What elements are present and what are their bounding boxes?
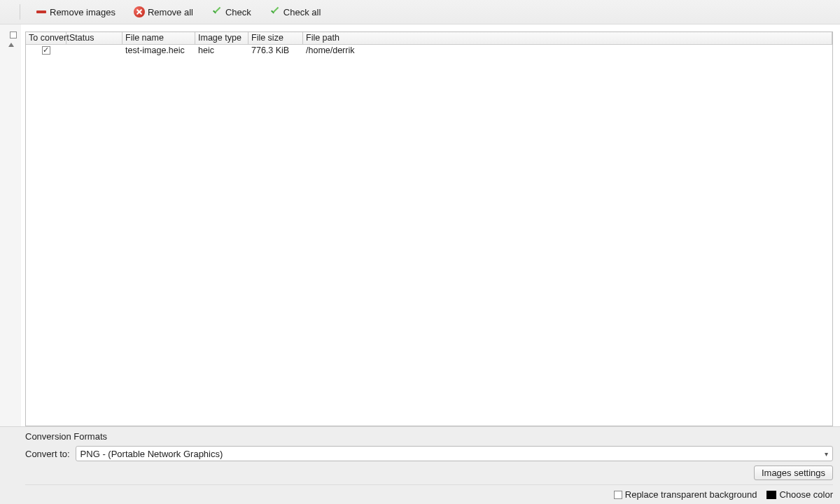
convert-to-value: PNG - (Portable Network Graphics) [80, 449, 223, 459]
color-swatch-icon [766, 491, 776, 499]
table-header: To convert Status File name Image type F… [26, 32, 832, 45]
toolbar: Remove images Remove all Check Check all [0, 0, 840, 24]
toolbar-separator [20, 4, 20, 20]
cell-filepath: /home/derrik [303, 45, 832, 57]
col-header-filename[interactable]: File name [122, 32, 195, 44]
check-all-button[interactable]: Check all [267, 5, 323, 19]
images-settings-label: Images settings [762, 468, 825, 478]
remove-all-label: Remove all [148, 7, 193, 18]
convert-to-label: Convert to: [25, 449, 70, 459]
check-label: Check [225, 7, 251, 18]
cell-imgtype: heic [195, 45, 248, 57]
choose-color-label: Choose color [779, 489, 833, 500]
file-table[interactable]: To convert Status File name Image type F… [25, 31, 833, 426]
separator [25, 484, 833, 485]
check-button[interactable]: Check [209, 5, 254, 19]
choose-color-button[interactable]: Choose color [766, 489, 833, 500]
images-settings-button[interactable]: Images settings [754, 465, 833, 480]
cell-status [66, 45, 122, 57]
row-checkbox[interactable] [42, 46, 50, 55]
conversion-formats-label: Conversion Formats [25, 428, 833, 446]
checkbox-box [614, 491, 622, 499]
cell-filesize: 776.3 KiB [248, 45, 303, 57]
main-area: To convert Status File name Image type F… [0, 24, 840, 426]
col-header-filepath[interactable]: File path [303, 32, 832, 44]
check-all-label: Check all [284, 7, 321, 18]
remove-all-button[interactable]: Remove all [131, 5, 196, 19]
col-header-filesize[interactable]: File size [248, 32, 303, 44]
convert-to-combobox[interactable]: PNG - (Portable Network Graphics) ▾ [76, 446, 833, 461]
expand-handle-icon[interactable] [10, 31, 17, 38]
check-icon [211, 6, 223, 18]
remove-all-icon [134, 6, 145, 18]
remove-images-label: Remove images [50, 7, 115, 18]
table-row[interactable]: test-image.heic heic 776.3 KiB /home/der… [26, 45, 832, 57]
col-header-convert[interactable]: To convert [26, 32, 66, 44]
check-all-icon [270, 6, 281, 18]
cell-filename: test-image.heic [122, 45, 195, 57]
replace-transparent-bg-checkbox[interactable]: Replace transparent background [614, 489, 757, 500]
chevron-down-icon: ▾ [825, 450, 828, 458]
replace-bg-label: Replace transparent background [625, 489, 757, 500]
conversion-panel: Conversion Formats Convert to: PNG - (Po… [0, 426, 840, 504]
left-gutter [0, 24, 21, 426]
remove-images-button[interactable]: Remove images [33, 5, 118, 19]
col-header-status[interactable]: Status [66, 32, 122, 44]
scroll-up-icon[interactable] [8, 43, 14, 47]
col-header-imgtype[interactable]: Image type [195, 32, 248, 44]
remove-icon [36, 6, 47, 18]
